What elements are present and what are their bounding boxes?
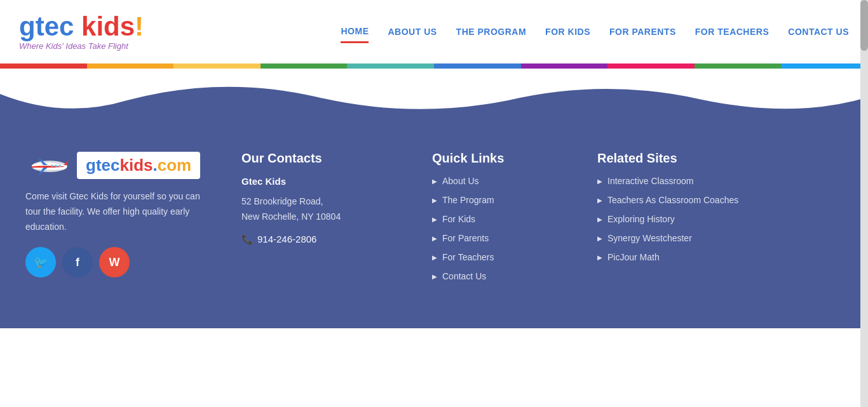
contact-address: 52 Brookridge Road, New Rochelle, NY 108… (241, 194, 394, 225)
wave-section (0, 69, 868, 119)
arrow-icon: ▶ (597, 197, 602, 204)
arrow-icon: ▶ (432, 216, 437, 223)
svg-point-4 (58, 164, 61, 167)
arrow-icon: ▶ (597, 235, 602, 242)
rs-picjour[interactable]: ▶ PicJour Math (597, 252, 843, 262)
footer-logo-gtec-text: gtec (86, 156, 119, 175)
logo-gtec: gtec (19, 11, 74, 41)
social-icons: 🐦 f W (25, 247, 203, 277)
scrollbar-thumb[interactable] (860, 0, 868, 51)
arrow-icon: ▶ (432, 178, 437, 185)
arrow-icon: ▶ (597, 254, 602, 261)
main-nav: HOME ABOUT US THE PROGRAM FOR KIDS FOR P… (341, 21, 849, 43)
wordpress-icon: W (109, 256, 120, 269)
ql-for-parents[interactable]: ▶ For Parents (432, 233, 559, 243)
ql-for-teachers[interactable]: ▶ For Teachers (432, 252, 559, 262)
wordpress-button[interactable]: W (99, 247, 130, 277)
nav-for-kids[interactable]: FOR KIDS (545, 22, 590, 42)
contact-company: Gtec Kids (241, 176, 394, 187)
rs-teachers[interactable]: ▶ Teachers As Classroom Coaches (597, 195, 843, 205)
phone-icon: 📞 (241, 234, 254, 245)
arrow-icon: ▶ (432, 273, 437, 280)
footer-description: Come visit Gtec Kids for yourself so you… (25, 189, 203, 234)
arrow-icon: ▶ (432, 197, 437, 204)
rs-history[interactable]: ▶ Exploring History (597, 214, 843, 224)
nav-contact-us[interactable]: CONTACT US (788, 22, 849, 42)
quicklinks-title: Quick Links (432, 151, 559, 166)
footer-logo-dot-text: . (153, 156, 158, 175)
footer-logo-kids-text: kids (119, 156, 153, 175)
ql-about-us[interactable]: ▶ About Us (432, 176, 559, 186)
svg-text:gtec kids!: gtec kids! (44, 165, 57, 168)
site-header: gtec kids! Where Kids' Ideas Take Flight… (0, 0, 868, 63)
arrow-icon: ▶ (597, 216, 602, 223)
footer-quicklinks-col: Quick Links ▶ About Us ▶ The Program ▶ F… (432, 151, 559, 290)
scrollbar-track[interactable] (860, 0, 868, 328)
footer-related-col: Related Sites ▶ Interactive Classroom ▶ … (597, 151, 843, 290)
arrow-icon: ▶ (432, 235, 437, 242)
logo-exclaim: ! (135, 11, 144, 41)
footer-logo-banner: gteckids.com (77, 152, 200, 179)
facebook-button[interactable]: f (62, 247, 93, 277)
rs-interactive[interactable]: ▶ Interactive Classroom (597, 176, 843, 186)
contacts-title: Our Contacts (241, 151, 394, 166)
site-footer: gtec kids! gteckids.com Come visit Gtec … (0, 119, 868, 328)
footer-logo-com-text: com (158, 156, 191, 175)
related-title: Related Sites (597, 151, 843, 166)
facebook-icon: f (76, 256, 79, 269)
nav-the-program[interactable]: THE PROGRAM (456, 22, 527, 42)
ql-for-kids[interactable]: ▶ For Kids (432, 214, 559, 224)
nav-home[interactable]: HOME (341, 21, 369, 43)
logo-kids: kids (81, 11, 135, 41)
ql-contact-us[interactable]: ▶ Contact Us (432, 271, 559, 281)
logo[interactable]: gtec kids! Where Kids' Ideas Take Flight (19, 13, 144, 51)
rs-synergy[interactable]: ▶ Synergy Westchester (597, 233, 843, 243)
nav-about-us[interactable]: ABOUT US (388, 22, 437, 42)
footer-contacts-col: Our Contacts Gtec Kids 52 Brookridge Roa… (241, 151, 394, 290)
footer-logo-col: gtec kids! gteckids.com Come visit Gtec … (25, 151, 203, 290)
color-bar (0, 63, 868, 69)
plane-icon: gtec kids! (25, 151, 73, 180)
twitter-button[interactable]: 🐦 (25, 247, 56, 277)
arrow-icon: ▶ (597, 178, 602, 185)
nav-for-teachers[interactable]: FOR TEACHERS (695, 22, 769, 42)
contact-phone: 📞 914-246-2806 (241, 234, 394, 245)
nav-for-parents[interactable]: FOR PARENTS (609, 22, 676, 42)
twitter-icon: 🐦 (34, 255, 48, 269)
ql-the-program[interactable]: ▶ The Program (432, 195, 559, 205)
logo-tagline: Where Kids' Ideas Take Flight (19, 41, 144, 51)
footer-logo: gtec kids! gteckids.com (25, 151, 203, 180)
arrow-icon: ▶ (432, 254, 437, 261)
